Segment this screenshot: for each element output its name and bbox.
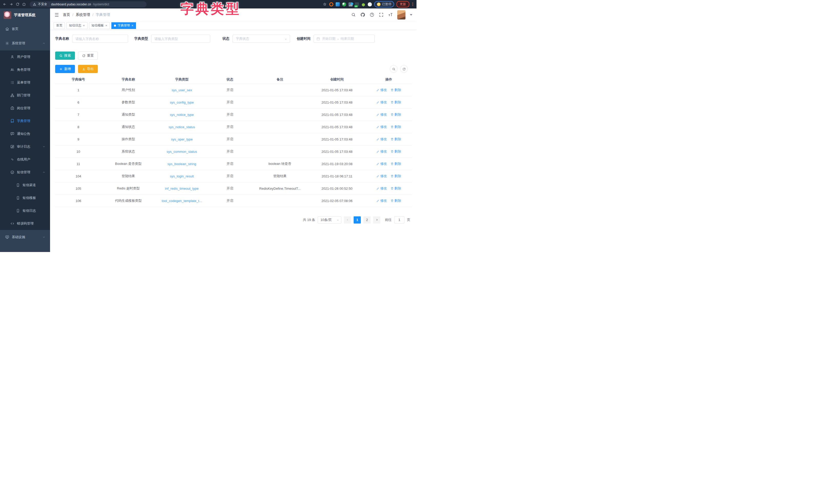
- forward-icon[interactable]: [9, 2, 13, 6]
- sidebar-item-home[interactable]: 首页: [0, 22, 50, 36]
- sidebar-item-dept-mgmt[interactable]: 部门管理: [0, 89, 50, 102]
- extension-icon[interactable]: [361, 2, 365, 6]
- delete-link[interactable]: 删除: [390, 186, 401, 191]
- date-range-picker[interactable]: 开始日期 - 结束日期: [314, 34, 375, 43]
- delete-link[interactable]: 删除: [390, 125, 401, 129]
- delete-link[interactable]: 删除: [390, 88, 401, 92]
- delete-link[interactable]: 删除: [390, 100, 401, 105]
- github-icon[interactable]: [360, 12, 365, 17]
- tab-sms-template[interactable]: 短信模板×: [89, 22, 110, 29]
- goto-page-input[interactable]: [394, 217, 404, 224]
- delete-link[interactable]: 删除: [390, 137, 401, 142]
- edit-link[interactable]: 修改: [377, 174, 387, 178]
- extension-icon[interactable]: [342, 2, 346, 6]
- breadcrumb-home[interactable]: 首页: [63, 12, 70, 17]
- delete-link[interactable]: 删除: [390, 174, 401, 178]
- avatar-caret-icon[interactable]: [410, 14, 412, 16]
- sidebar-item-sms-template[interactable]: 短信模板: [0, 192, 50, 204]
- delete-link[interactable]: 删除: [390, 161, 401, 166]
- reload-icon[interactable]: [16, 2, 20, 6]
- extension-icon[interactable]: [329, 2, 333, 6]
- dict-table: 字典编号 字典名称 字典类型 状态 备注 创建时间 操作 1 用户性别: [55, 75, 412, 207]
- close-icon[interactable]: ×: [132, 24, 134, 27]
- sidebar-item-post-mgmt[interactable]: 岗位管理: [0, 102, 50, 115]
- sidebar-item-role-mgmt[interactable]: 角色管理: [0, 63, 50, 76]
- delete-link[interactable]: 删除: [390, 198, 401, 203]
- edit-link[interactable]: 修改: [377, 88, 387, 92]
- next-page-button[interactable]: [373, 217, 380, 224]
- cell-dict-type-link[interactable]: sys_config_type: [155, 96, 209, 108]
- tab-sms-log[interactable]: 短信日志×: [67, 22, 88, 29]
- toggle-search-icon[interactable]: [390, 65, 398, 73]
- delete-link[interactable]: 删除: [390, 149, 401, 154]
- collapse-sidebar-icon[interactable]: [54, 12, 59, 18]
- edit-link[interactable]: 修改: [377, 198, 387, 203]
- sidebar-item-notice[interactable]: 通知公告: [0, 127, 50, 140]
- close-icon[interactable]: ×: [83, 24, 85, 27]
- sidebar-item-audit-log[interactable]: 审计日志: [0, 140, 50, 153]
- dict-type-input[interactable]: [151, 34, 210, 43]
- cell-dict-type-link[interactable]: sys_common_status: [155, 145, 209, 158]
- edit-link[interactable]: 修改: [377, 149, 387, 154]
- refresh-icon[interactable]: [400, 65, 408, 73]
- add-button[interactable]: 新增: [55, 65, 75, 73]
- sidebar-item-online-users[interactable]: 在线用户: [0, 153, 50, 166]
- page-size-select[interactable]: 10条/页: [318, 217, 341, 224]
- sidebar-item-dict-mgmt[interactable]: 字典管理: [0, 115, 50, 127]
- status-select[interactable]: 字典状态: [233, 34, 290, 43]
- edit-link[interactable]: 修改: [377, 186, 387, 191]
- profile-paused-badge[interactable]: 已暂停: [374, 1, 394, 7]
- chrome-update-button[interactable]: 更新: [397, 1, 409, 7]
- cell-dict-type-link[interactable]: inf_redis_timeout_type: [155, 182, 209, 195]
- sidebar-item-sms-log[interactable]: 短信日志: [0, 204, 50, 217]
- cell-dict-type-link[interactable]: sys_boolean_string: [155, 158, 209, 170]
- address-bar[interactable]: 不安全 dashboard.yudao.iocoder.cn/system/di…: [30, 1, 146, 7]
- cell-dict-type-link[interactable]: sys_oper_type: [155, 133, 209, 145]
- prev-page-button[interactable]: [344, 217, 351, 224]
- sidebar-item-sms-channel[interactable]: 短信渠道: [0, 179, 50, 192]
- extension-icon[interactable]: [355, 2, 359, 6]
- extension-icon[interactable]: [349, 2, 353, 6]
- cell-dict-type-link[interactable]: sys_login_result: [155, 170, 209, 182]
- edit-link[interactable]: 修改: [377, 161, 387, 166]
- edit-link[interactable]: 修改: [377, 125, 387, 129]
- bookmark-star-icon[interactable]: [323, 2, 327, 6]
- delete-link[interactable]: 删除: [390, 112, 401, 117]
- home-browser-icon[interactable]: [22, 2, 26, 6]
- fullscreen-icon[interactable]: [379, 12, 384, 17]
- extension-icon[interactable]: [368, 2, 372, 6]
- search-button[interactable]: 搜索: [55, 52, 75, 60]
- tab-dict-mgmt[interactable]: 字典管理×: [111, 22, 136, 29]
- cell-dict-type-link[interactable]: sys_user_sex: [155, 84, 209, 96]
- cell-dict-type-link[interactable]: sys_notice_type: [155, 108, 209, 121]
- close-icon[interactable]: ×: [105, 24, 108, 27]
- reset-button[interactable]: 重置: [78, 52, 98, 60]
- dict-name-input[interactable]: [72, 34, 128, 43]
- sidebar-item-infrastructure[interactable]: 基础设施: [0, 230, 50, 244]
- font-size-icon[interactable]: [388, 12, 393, 17]
- extension-icon[interactable]: [336, 2, 340, 6]
- edit-link[interactable]: 修改: [377, 100, 387, 105]
- app-logo-row[interactable]: 芋道管理系统: [0, 8, 50, 22]
- breadcrumb-system[interactable]: 系统管理: [76, 12, 90, 17]
- back-icon[interactable]: [3, 2, 7, 6]
- edit-link[interactable]: 修改: [377, 137, 387, 142]
- sidebar-item-system[interactable]: 系统管理: [0, 36, 50, 51]
- browser-menu-icon[interactable]: [412, 3, 414, 6]
- user-avatar[interactable]: [397, 10, 405, 20]
- cell-dict-type-link[interactable]: tool_codegen_template_t...: [155, 195, 209, 207]
- page-button-1[interactable]: 1: [354, 217, 361, 224]
- cell-dict-type-link[interactable]: sys_notice_status: [155, 121, 209, 133]
- search-icon[interactable]: [351, 12, 356, 17]
- cell-status: 开启: [209, 133, 252, 145]
- edit-link[interactable]: 修改: [377, 112, 387, 117]
- tab-home[interactable]: 首页: [54, 22, 65, 29]
- help-icon[interactable]: [370, 12, 375, 17]
- page-button-2[interactable]: 2: [363, 217, 371, 224]
- sidebar-item-label: 角色管理: [17, 68, 30, 72]
- sidebar-item-sms-mgmt[interactable]: 短信管理: [0, 166, 50, 179]
- sidebar-item-user-mgmt[interactable]: 用户管理: [0, 51, 50, 63]
- sidebar-item-error-code[interactable]: 错误码管理: [0, 217, 50, 230]
- export-button[interactable]: 导出: [78, 65, 98, 73]
- sidebar-item-menu-mgmt[interactable]: 菜单管理: [0, 76, 50, 89]
